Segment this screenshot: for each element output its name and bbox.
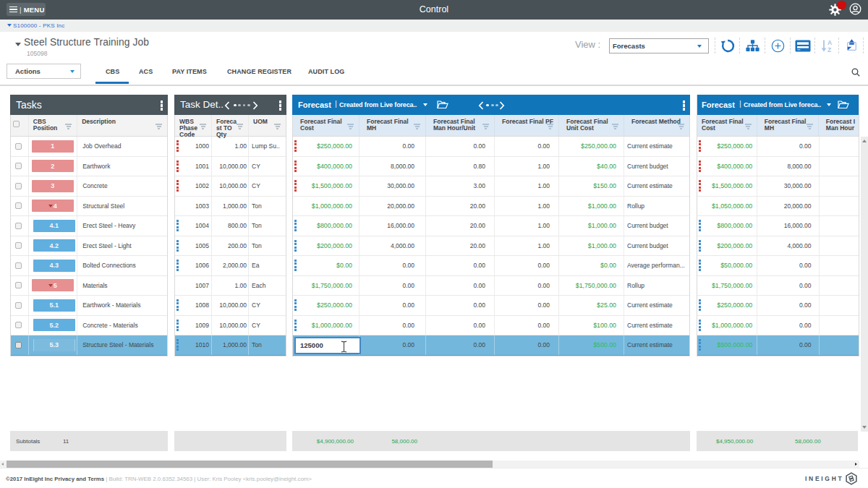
svg-text:Z: Z bbox=[827, 46, 831, 53]
svg-text:A: A bbox=[827, 39, 832, 46]
